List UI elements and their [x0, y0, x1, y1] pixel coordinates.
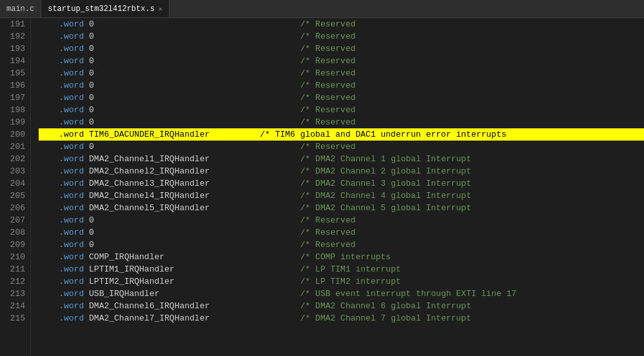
code-line: .word 0 /* Reserved: [39, 116, 644, 128]
line-number: 193: [5, 43, 25, 55]
line-number: 191: [5, 18, 25, 30]
line-number: 214: [5, 300, 25, 312]
line-number: 195: [5, 67, 25, 79]
line-number: 202: [5, 153, 25, 165]
code-line: .word 0 /* Reserved: [39, 55, 644, 67]
code-line: .word DMA2_Channel4_IRQHandler /* DMA2 C…: [39, 190, 644, 202]
code-line: .word 0 /* Reserved: [39, 104, 644, 116]
line-number: 207: [5, 214, 25, 226]
line-number: 201: [5, 141, 25, 153]
line-number: 194: [5, 55, 25, 67]
code-line: .word TIM6_DACUNDER_IRQHandler /* TIM6 g…: [39, 128, 644, 141]
line-number: 206: [5, 202, 25, 214]
code-line: .word DMA2_Channel7_IRQHandler /* DMA2 C…: [39, 312, 644, 324]
line-number: 203: [5, 165, 25, 177]
tab-startup-close[interactable]: ✕: [159, 5, 162, 13]
code-lines: .word 0 /* Reserved .word 0 /* Reserved …: [31, 18, 644, 356]
code-line: .word USB_IRQHandler /* USB event interr…: [39, 288, 644, 300]
code-line: .word 0 /* Reserved: [39, 43, 644, 55]
line-number: 200: [5, 128, 25, 141]
line-numbers: 1911921931941951961971981992002012022032…: [0, 18, 31, 356]
code-line: .word DMA2_Channel5_IRQHandler /* DMA2 C…: [39, 202, 644, 214]
code-line: .word 0 /* Reserved: [39, 239, 644, 251]
line-number: 205: [5, 190, 25, 202]
code-line: .word 0 /* Reserved: [39, 30, 644, 43]
line-number: 215: [5, 312, 25, 324]
code-line: .word 0 /* Reserved: [39, 141, 644, 153]
line-number: 212: [5, 275, 25, 288]
tab-startup[interactable]: startup_stm32l412rbtx.s ✕: [41, 0, 170, 17]
code-line: .word DMA2_Channel2_IRQHandler /* DMA2 C…: [39, 165, 644, 177]
line-number: 208: [5, 226, 25, 239]
code-line: .word DMA2_Channel3_IRQHandler /* DMA2 C…: [39, 177, 644, 190]
code-line: .word DMA2_Channel1_IRQHandler /* DMA2 C…: [39, 153, 644, 165]
line-number: 210: [5, 251, 25, 263]
code-line: .word 0 /* Reserved: [39, 226, 644, 239]
tab-main-c-label: main.c: [6, 5, 34, 14]
line-number: 192: [5, 30, 25, 43]
line-number: 204: [5, 177, 25, 190]
code-area: 1911921931941951961971981992002012022032…: [0, 18, 644, 356]
code-line: .word 0 /* Reserved: [39, 18, 644, 30]
tab-startup-label: startup_stm32l412rbtx.s: [48, 5, 155, 14]
line-number: 197: [5, 92, 25, 104]
code-line: .word LPTIM2_IRQHandler /* LP TIM2 inter…: [39, 275, 644, 288]
code-line: .word 0 /* Reserved: [39, 92, 644, 104]
line-number: 198: [5, 104, 25, 116]
line-number: 199: [5, 116, 25, 128]
code-line: .word COMP_IRQHandler /* COMP interrupts: [39, 251, 644, 263]
line-number: 213: [5, 288, 25, 300]
line-number: 196: [5, 79, 25, 92]
line-number: 209: [5, 239, 25, 251]
code-line: .word LPTIM1_IRQHandler /* LP TIM1 inter…: [39, 263, 644, 275]
code-line: .word 0 /* Reserved: [39, 67, 644, 79]
code-line: .word 0 /* Reserved: [39, 79, 644, 92]
line-number: 211: [5, 263, 25, 275]
code-line: .word DMA2_Channel6_IRQHandler /* DMA2 C…: [39, 300, 644, 312]
tab-bar: main.c startup_stm32l412rbtx.s ✕: [0, 0, 644, 18]
tab-main-c[interactable]: main.c: [0, 0, 41, 17]
code-line: .word 0 /* Reserved: [39, 214, 644, 226]
